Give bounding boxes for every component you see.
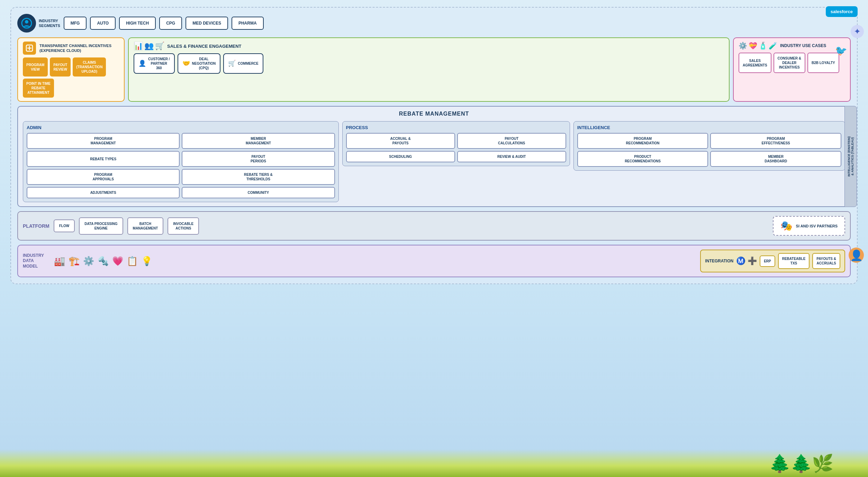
segment-mfg[interactable]: MFG [64,17,87,30]
rm-admin-grid: PROGRAM MANAGEMENT MEMBER MANAGEMENT REB… [27,133,335,198]
tci-btn-claims[interactable]: CLAIMS (TRANSACTION UPLOAD) [73,57,106,76]
bird-icon: 🐦 [835,45,847,56]
avatar-icon: 👤 [849,248,864,263]
int-btn-rebateable-txs[interactable]: REBATEABLE TXS [778,253,810,269]
segment-cpg[interactable]: CPG [159,17,182,30]
main-container: ✦ INDUSTRY SEGMENTS MFG AUTO HIGH TECH C… [10,7,858,284]
iuc-flask-icon: 🧪 [769,42,777,50]
sfe-icons: 📊 👥 🛒 [134,42,164,51]
rm-btn-rebate-types[interactable]: REBATE TYPES [27,151,180,167]
sparkle-icon: ✦ [851,25,864,38]
rm-wrapper: REBATE MANAGEMENT ADMIN PROGRAM MANAGEME… [17,106,851,207]
rm-btn-program-effectiveness[interactable]: PROGRAM EFFECTIVENESS [710,133,841,149]
rm-btn-payout-calcs[interactable]: PAYOUT CALCULATIONS [457,133,566,149]
landscape-bg [0,449,868,477]
rm-btn-member-mgmt[interactable]: MEMBER MANAGEMENT [182,133,335,149]
idm-icons: 🏭 🏗️ ⚙️ 🔩 💗 📋 💡 [54,256,152,267]
deal-icon: 🤝 [182,60,190,68]
iuc-btn-consumer-dealer[interactable]: CONSUMER & DEALER INCENTIVES [774,53,805,73]
tci-title: TRANSPARENT CHANNEL INCENTIVES (EXPERIEN… [39,43,111,53]
rm-btn-accrual-payouts[interactable]: ACCRUAL & PAYOUTS [346,133,455,149]
rm-btn-community[interactable]: COMMUNITY [182,187,335,198]
rm-btn-payout-periods[interactable]: PAYOUT PERIODS [182,151,335,167]
iuc-icons: ⚙️ 💝 🧴 🧪 [739,42,777,50]
tci-icon [23,42,36,55]
sfe-chart-icon: 📊 [134,42,143,51]
rm-process-title: PROCESS [346,125,566,130]
iuc-btn-sales-agreements[interactable]: SALES AGREEMENTS [739,53,771,73]
main-sections-row: TRANSPARENT CHANNEL INCENTIVES (EXPERIEN… [17,37,851,102]
idm-icon-clipboard: 📋 [127,256,138,267]
idm-label: INDUSTRY DATA MODEL [23,253,51,269]
segment-auto[interactable]: AUTO [90,17,116,30]
integration-box: INTEGRATION Ⓜ️ ➕ ERP REBATEABLE TXS PAYO… [700,250,845,272]
sfe-buttons: 👤 CUSTOMER / PARTNER 360 🤝 DEAL NEGOTIAT… [134,53,724,74]
rm-container: REBATE MANAGEMENT ADMIN PROGRAM MANAGEME… [17,106,851,207]
platform-btn-flow[interactable]: FLOW [54,219,75,232]
rm-btn-adjustments[interactable]: ADJUSTMENTS [27,187,180,198]
sfe-btn-customer360[interactable]: 👤 CUSTOMER / PARTNER 360 [134,53,175,74]
idm-row: INDUSTRY DATA MODEL 🏭 🏗️ ⚙️ 🔩 💗 📋 💡 INTE… [17,245,851,277]
rm-btn-product-recommendations[interactable]: PRODUCT RECOMMENDATIONS [577,151,708,167]
sfe-btn-deal-negotiation[interactable]: 🤝 DEAL NEGOTIATION (CPQ) [178,53,221,74]
segment-pharma[interactable]: PHARMA [232,17,264,30]
analytics-text: INTELLIGENCE (EINSTEIN) & ANALYTICS (TAB… [847,136,854,177]
idm-icon-nut: 🔩 [98,256,109,267]
segment-hightech[interactable]: HIGH TECH [119,17,156,30]
idm-icon-heart: 💗 [112,256,123,267]
industry-segments-icon [17,14,36,33]
rm-process-section: PROCESS ACCRUAL & PAYOUTS PAYOUT CALCULA… [342,121,570,166]
rm-btn-program-recommendation[interactable]: PROGRAM RECOMMENDATION [577,133,708,149]
svg-point-1 [25,20,28,24]
int-btn-erp[interactable]: ERP [760,255,775,267]
platform-btn-invocable[interactable]: INVOCABLE ACTIONS [168,217,199,235]
platform-btn-data-processing[interactable]: DATA PROCESSING ENGINE [79,217,123,235]
int-icon-mulesoft: Ⓜ️ [736,256,745,266]
sfe-title: SALES & FINANCE ENGAGEMENT [167,44,242,49]
integration-icons: Ⓜ️ ➕ [736,256,757,266]
idm-icon-gear: ⚙️ [83,256,94,267]
iuc-buttons: SALES AGREEMENTS CONSUMER & DEALER INCEN… [739,53,845,73]
iuc-bottle-icon: 🧴 [759,42,767,50]
iuc-box: ⚙️ 💝 🧴 🧪 INDUSTRY USE CASES SALES AGREEM… [733,37,851,102]
idm-icon-building: 🏗️ [69,256,80,267]
tci-btn-program-view[interactable]: PROGRAM VIEW [23,57,48,76]
iuc-btn-b2b-loyalty[interactable]: B2B LOYALTY [807,53,839,73]
tci-header: TRANSPARENT CHANNEL INCENTIVES (EXPERIEN… [23,42,119,55]
analytics-sidebar: INTELLIGENCE (EINSTEIN) & ANALYTICS (TAB… [844,106,857,207]
partner-text: SI AND ISV PARTNERS [796,224,838,228]
segment-meddevices[interactable]: MED DEVICES [186,17,228,30]
rm-btn-program-approvals[interactable]: PROGRAM APPROVALS [27,169,180,185]
rm-btn-rebate-tiers[interactable]: REBATE TIERS & THRESHOLDS [182,169,335,185]
rm-intelligence-grid: PROGRAM RECOMMENDATION PROGRAM EFFECTIVE… [577,133,841,167]
platform-btn-batch-mgmt[interactable]: BATCH MANAGEMENT [127,217,164,235]
tci-buttons: PROGRAM VIEW PAYOUT REVIEW CLAIMS (TRANS… [23,57,119,98]
int-btn-payouts-accruals[interactable]: PAYOUTS & ACCRUALS [812,253,840,269]
commerce-icon: 🛒 [228,60,236,68]
tci-btn-point-in-time[interactable]: POINT IN TIME REBATE ATTAINMENT [23,79,54,98]
rm-btn-review-audit[interactable]: REVIEW & AUDIT [457,151,566,162]
sfe-header: 📊 👥 🛒 SALES & FINANCE ENGAGEMENT [134,42,724,51]
rm-intelligence-section: INTELLIGENCE PROGRAM RECOMMENDATION PROG… [573,121,845,171]
int-icon-plus: ➕ [748,256,757,266]
iuc-gear-icon: ⚙️ [739,42,747,50]
rm-btn-scheduling[interactable]: SCHEDULING [346,151,455,162]
rm-process-grid: ACCRUAL & PAYOUTS PAYOUT CALCULATIONS SC… [346,133,566,162]
partner-icon: 🎭 [780,220,793,232]
rm-intelligence-title: INTELLIGENCE [577,125,841,130]
rm-btn-program-mgmt[interactable]: PROGRAM MANAGEMENT [27,133,180,149]
idm-icon-bulb: 💡 [141,256,152,267]
platform-label: PLATFORM [23,223,49,229]
rm-title: REBATE MANAGEMENT [23,111,845,117]
tci-btn-payout-review[interactable]: PAYOUT REVIEW [50,57,71,76]
sfe-cart-icon: 🛒 [155,42,164,51]
sfe-people-icon: 👥 [144,42,154,51]
rm-btn-member-dashboard[interactable]: MEMBER DASHBOARD [710,151,841,167]
sfe-btn-commerce[interactable]: 🛒 COMMERCE [223,53,263,74]
partner-box: 🎭 SI AND ISV PARTNERS [773,216,845,236]
landscape-trees: 🌲🌲🌿 [769,453,833,474]
iuc-title: INDUSTRY USE CASES [780,43,826,48]
customer360-icon: 👤 [138,60,146,68]
industry-segments-label: INDUSTRY SEGMENTS [39,18,60,28]
industry-segments-row: INDUSTRY SEGMENTS MFG AUTO HIGH TECH CPG… [17,14,851,33]
